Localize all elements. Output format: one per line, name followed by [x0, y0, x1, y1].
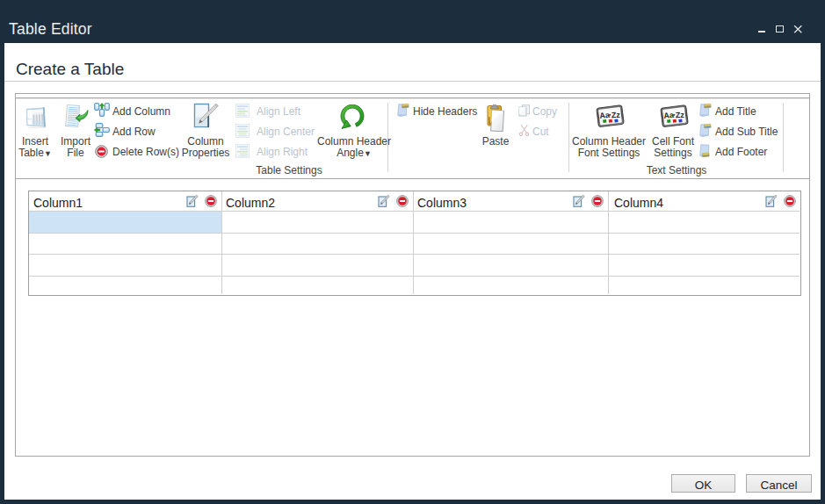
svg-text:Zz: Zz [676, 111, 685, 120]
svg-text:Zz: Zz [612, 111, 621, 120]
